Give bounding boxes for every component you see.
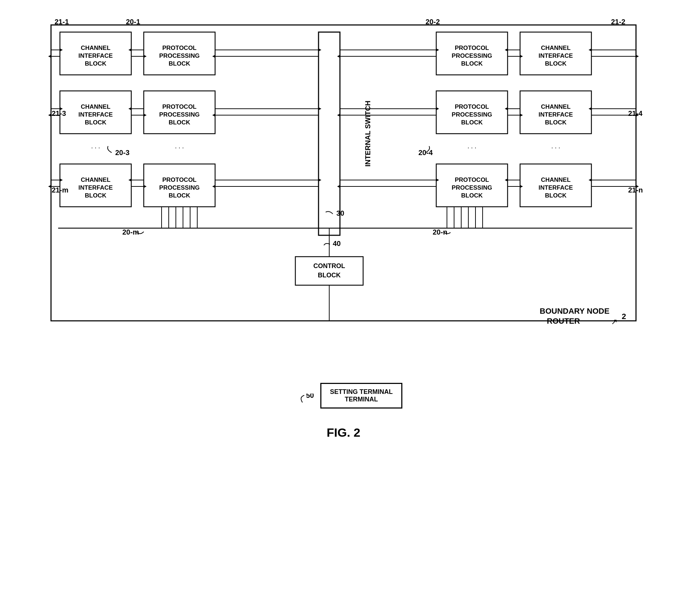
label-21-1: 21-1 [55,18,69,26]
arrow-ppb-to-cib-1-upper [128,48,131,51]
svg-text:PROCESSING: PROCESSING [452,111,492,118]
svg-marker-81 [505,179,508,181]
svg-text:BLOCK: BLOCK [85,192,107,199]
ppb-1-2: PROTOCOL [162,103,197,110]
svg-marker-53 [319,107,321,110]
main-diagram-svg: BOUNDARY NODE ROUTER ↗ 2 21-1 21-2 20-1 … [40,14,647,399]
boundary-num: 2 [622,312,626,321]
control-label-2: BLOCK [318,272,341,279]
svg-text:INTERFACE: INTERFACE [539,111,573,118]
svg-text:INTERFACE: INTERFACE [78,184,113,191]
label-50-svg: 50 [285,394,320,411]
dots-ppb-right: · · · [467,144,476,151]
cib-1-1: CHANNEL [81,45,110,51]
label-21-4: 21-4 [628,109,643,117]
label-30: 30 [336,209,344,217]
label-50: 50 [306,394,314,399]
boundary-label: BOUNDARY NODE [540,307,610,315]
svg-marker-57 [319,179,321,181]
svg-marker-61 [436,48,439,51]
label-20-1: 20-1 [126,18,140,26]
ppb-r-2: PROTOCOL [455,103,489,110]
svg-marker-47 [144,185,147,188]
svg-text:BLOCK: BLOCK [85,119,107,126]
label-20-2: 20-2 [426,18,440,26]
svg-marker-85 [60,48,63,51]
setting-label-1: SETTING TERMINAL [330,388,393,396]
control-label-1: CONTROL [314,262,345,270]
svg-marker-75 [520,55,523,58]
full-diagram: BOUNDARY NODE ROUTER ↗ 2 21-1 21-2 20-1 … [40,14,647,401]
dots-cib-left: · · · [91,144,100,151]
cib-r-3: CHANNEL [541,176,570,183]
setting-terminal-box: SETTING TERMINAL TERMINAL [320,383,402,409]
svg-text:INTERFACE: INTERFACE [539,52,573,59]
svg-marker-51 [212,55,215,58]
svg-marker-63 [337,55,340,58]
cib-1-2: CHANNEL [81,103,110,110]
svg-text:BLOCK: BLOCK [169,192,190,199]
svg-marker-71 [337,185,340,188]
svg-text:BLOCK: BLOCK [461,192,483,199]
boundary-label2: ROUTER [547,317,580,325]
svg-marker-49 [319,48,321,51]
svg-text:PROCESSING: PROCESSING [159,111,199,118]
label-21-n: 21-n [628,186,643,194]
fig-label: FIG. 2 [327,426,360,440]
svg-text:PROCESSING: PROCESSING [452,52,492,59]
cib-1-3: CHANNEL [81,176,110,183]
label-21-2: 21-2 [611,18,625,26]
svg-text:BLOCK: BLOCK [545,192,567,199]
svg-marker-105 [589,179,591,181]
svg-text:PROCESSING: PROCESSING [452,184,492,191]
ppb-1-1: PROTOCOL [162,45,197,51]
ppb-1-3: PROTOCOL [162,176,197,183]
svg-marker-43 [144,114,147,117]
cib-r-1: CHANNEL [541,45,570,51]
svg-text:BLOCK: BLOCK [545,119,567,126]
svg-marker-45 [128,179,131,181]
svg-marker-79 [520,114,523,117]
svg-text:BLOCK: BLOCK [461,119,483,126]
svg-marker-73 [505,48,508,51]
svg-marker-77 [505,107,508,110]
svg-marker-95 [48,185,51,188]
dots-cib-right: · · · [551,144,560,151]
boundary-num-squiggle: ↗ [611,317,617,326]
label-21-3: 21-3 [52,109,66,117]
ppb-r-1: PROTOCOL [455,45,489,51]
svg-marker-41 [128,107,131,110]
svg-rect-0 [51,25,636,321]
svg-text:INTERFACE: INTERFACE [78,111,113,118]
svg-marker-87 [48,55,51,58]
svg-text:BLOCK: BLOCK [169,60,190,67]
svg-text:BLOCK: BLOCK [169,119,190,126]
svg-marker-55 [212,114,215,117]
diagram-container: BOUNDARY NODE ROUTER ↗ 2 21-1 21-2 20-1 … [22,14,665,440]
svg-marker-93 [60,179,63,181]
svg-marker-69 [436,179,439,181]
label-20-3: 20-3 [115,149,129,156]
arrow-cib-to-ppb-1-lower [144,55,147,58]
svg-text:INTERFACE: INTERFACE [539,184,573,191]
svg-rect-123 [295,257,363,285]
svg-marker-65 [436,107,439,110]
svg-marker-67 [337,114,340,117]
svg-rect-37 [319,32,340,235]
svg-text:PROCESSING: PROCESSING [159,184,199,191]
svg-text:PROCESSING: PROCESSING [159,52,199,59]
setting-label-2: TERMINAL [330,396,393,403]
label-20-n: 20-n [433,228,447,236]
svg-text:INTERFACE: INTERFACE [78,52,113,59]
svg-text:BLOCK: BLOCK [545,60,567,67]
cib-r-2: CHANNEL [541,103,570,110]
dots-ppb-left: · · · [175,144,184,151]
svg-marker-101 [589,107,591,110]
label-40: 40 [333,240,341,247]
svg-marker-91 [48,114,51,117]
svg-marker-83 [520,185,523,188]
label-21-m: 21-m [52,186,68,194]
ppb-r-3: PROTOCOL [455,176,489,183]
svg-marker-59 [212,185,215,188]
svg-marker-99 [636,55,639,58]
